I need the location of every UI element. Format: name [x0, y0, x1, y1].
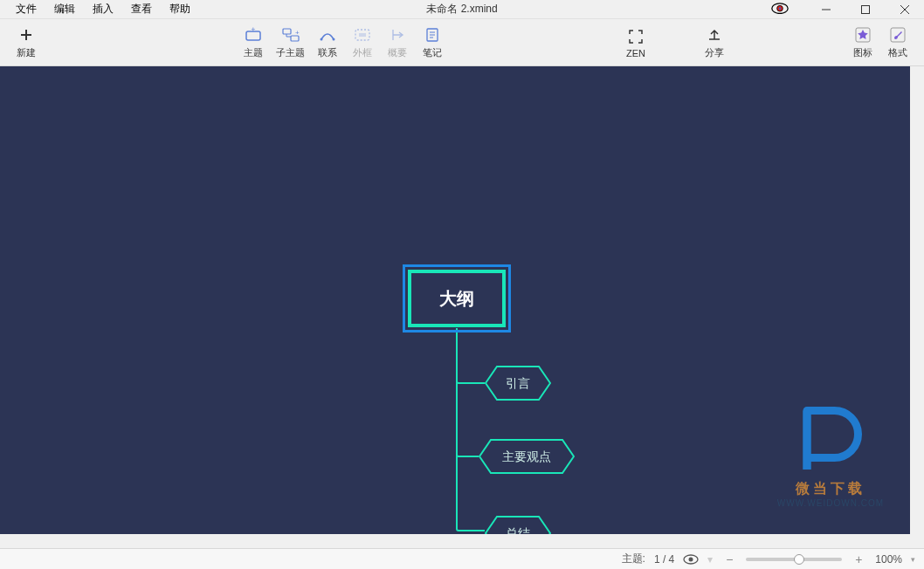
root-topic-label: 大纲: [439, 287, 474, 311]
menu-view[interactable]: 查看: [122, 0, 161, 19]
new-button[interactable]: 新建: [9, 22, 44, 64]
brush-icon: [888, 25, 907, 45]
svg-rect-17: [359, 33, 366, 37]
summary-icon: [388, 25, 407, 45]
horizontal-scrollbar[interactable]: [0, 534, 910, 548]
zoom-slider[interactable]: [746, 558, 842, 561]
zoom-value: 100%: [875, 553, 902, 566]
share-button[interactable]: 分享: [697, 22, 732, 64]
toolbar: 新建 + 主题 + 子主题 联系 外框 概要 笔记 ZEN 分享 图标 格式: [0, 19, 924, 66]
note-button[interactable]: 笔记: [415, 22, 450, 64]
format-button[interactable]: 格式: [880, 22, 915, 64]
topic-counter-label: 主题:: [622, 552, 645, 566]
child-topic-2-label: 主要观点: [502, 449, 551, 463]
svg-rect-4: [861, 5, 869, 13]
star-icon: [853, 25, 872, 45]
boundary-button[interactable]: 外框: [345, 22, 380, 64]
share-icon: [705, 25, 724, 45]
minimize-button[interactable]: [806, 0, 845, 19]
child-topic-1-label: 引言: [506, 376, 530, 390]
document-title: 未命名 2.xmind: [426, 2, 497, 17]
relation-button[interactable]: 联系: [310, 22, 345, 64]
window-controls: [806, 0, 924, 19]
titlebar: 文件 编辑 插入 查看 帮助 未命名 2.xmind: [0, 0, 924, 19]
summary-button[interactable]: 概要: [380, 22, 415, 64]
svg-point-29: [689, 557, 693, 561]
svg-text:+: +: [295, 29, 300, 37]
close-button[interactable]: [885, 0, 924, 19]
menu-edit[interactable]: 编辑: [45, 0, 84, 19]
root-topic[interactable]: 大纲: [408, 270, 506, 327]
zoom-slider-thumb[interactable]: [794, 554, 804, 565]
canvas-area: 大纲 引言 主要观点 总结 微当下载 WWW.WEIDOWN.COM: [0, 66, 924, 548]
preview-eye-icon[interactable]: [771, 3, 789, 17]
subtopic-button[interactable]: + 子主题: [271, 22, 310, 64]
child-topic-2[interactable]: 主要观点: [479, 439, 575, 474]
zen-button[interactable]: ZEN: [618, 22, 653, 64]
menu-bar: 文件 编辑 插入 查看 帮助: [0, 0, 199, 19]
menu-insert[interactable]: 插入: [84, 0, 122, 19]
statusbar: 主题: 1 / 4 ▾ − + 100% ▾: [0, 548, 924, 569]
scroll-corner: [910, 534, 924, 548]
boundary-icon: [353, 25, 372, 45]
icons-button[interactable]: 图标: [845, 22, 880, 64]
zoom-in-button[interactable]: +: [851, 552, 866, 566]
svg-point-15: [333, 38, 335, 41]
menu-file[interactable]: 文件: [7, 0, 45, 19]
svg-point-14: [321, 38, 323, 41]
topic-counter-value: 1 / 4: [654, 553, 674, 566]
plus-icon: [17, 25, 36, 45]
visibility-icon[interactable]: [683, 554, 699, 565]
fullscreen-icon: [626, 27, 645, 46]
child-topic-1[interactable]: 引言: [485, 366, 551, 401]
topic-icon: +: [244, 25, 263, 45]
svg-text:+: +: [251, 27, 255, 34]
topic-button[interactable]: + 主题: [236, 22, 271, 64]
menu-help[interactable]: 帮助: [161, 0, 199, 19]
note-icon: [423, 25, 442, 45]
maximize-button[interactable]: [845, 0, 885, 19]
zoom-out-button[interactable]: −: [721, 552, 737, 566]
svg-point-2: [779, 7, 781, 9]
vertical-scrollbar[interactable]: [910, 66, 924, 534]
tool-label: 新建: [17, 46, 36, 59]
relation-icon: [318, 25, 337, 45]
subtopic-icon: +: [281, 25, 300, 45]
mindmap-canvas[interactable]: 大纲 引言 主要观点 总结 微当下载 WWW.WEIDOWN.COM: [0, 66, 910, 534]
zoom-dropdown-icon[interactable]: ▾: [911, 555, 915, 564]
svg-rect-11: [283, 29, 291, 34]
